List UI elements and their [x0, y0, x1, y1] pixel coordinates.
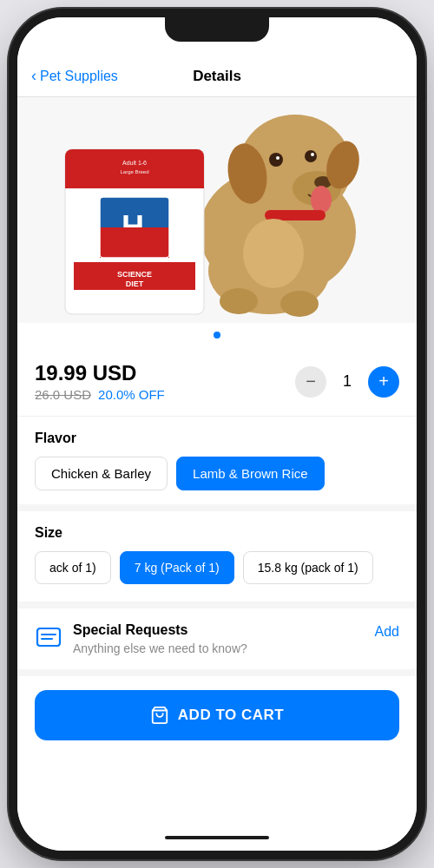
- svg-point-5: [311, 186, 332, 214]
- scroll-content: H SCIENCE DIET Adult 1-6 Large Breed: [17, 97, 417, 825]
- quantity-value: 1: [339, 372, 356, 391]
- svg-text:Large Breed: Large Breed: [120, 169, 148, 174]
- discount-badge: 20.0% OFF: [98, 387, 165, 402]
- size-option-small[interactable]: ack of 1): [35, 551, 111, 584]
- svg-point-9: [276, 156, 279, 160]
- flavor-option-chicken-barley[interactable]: Chicken & Barley: [35, 457, 168, 490]
- current-price: 19.99 USD: [35, 361, 165, 385]
- price-section: 19.99 USD 26.0 USD 20.0% OFF − 1 +: [17, 347, 417, 417]
- size-options: ack of 1) 7 kg (Pack of 1) 15.8 kg (pack…: [35, 551, 399, 588]
- chevron-left-icon: ‹: [31, 67, 36, 85]
- product-image-container: H SCIENCE DIET Adult 1-6 Large Breed: [17, 97, 417, 323]
- size-title: Size: [35, 525, 399, 541]
- svg-text:Adult 1-6: Adult 1-6: [122, 160, 147, 166]
- page-title: Details: [193, 68, 241, 85]
- svg-point-10: [305, 150, 317, 162]
- svg-point-15: [280, 291, 319, 317]
- quantity-decrease-button[interactable]: −: [295, 366, 326, 398]
- size-option-medium[interactable]: 7 kg (Pack of 1): [120, 551, 234, 584]
- carousel-dots: [17, 323, 417, 347]
- svg-point-11: [311, 153, 314, 156]
- product-visual: H SCIENCE DIET Adult 1-6 Large Breed: [17, 97, 417, 323]
- special-requests-section: Special Requests Anything else we need t…: [17, 608, 417, 676]
- special-requests-left: Special Requests Anything else we need t…: [35, 622, 247, 655]
- nav-header: ‹ Pet Supplies Details: [17, 56, 417, 97]
- add-to-cart-label: ADD TO CART: [178, 707, 284, 724]
- price-info: 19.99 USD 26.0 USD 20.0% OFF: [35, 361, 165, 402]
- flavor-options: Chicken & Barley Lamb & Brown Rice: [35, 457, 399, 490]
- add-to-cart-section: ADD TO CART: [17, 676, 417, 766]
- quantity-increase-button[interactable]: +: [368, 366, 399, 398]
- product-image-svg: H SCIENCE DIET Adult 1-6 Large Breed: [17, 97, 417, 323]
- special-requests-subtitle: Anything else we need to know?: [73, 641, 247, 655]
- svg-point-8: [269, 153, 283, 167]
- svg-point-16: [243, 219, 304, 288]
- svg-point-14: [220, 288, 258, 314]
- special-requests-title: Special Requests: [73, 622, 247, 638]
- original-price-row: 26.0 USD 20.0% OFF: [35, 387, 165, 402]
- special-requests-text: Special Requests Anything else we need t…: [73, 622, 247, 655]
- status-bar: [17, 17, 417, 56]
- svg-text:SCIENCE: SCIENCE: [117, 270, 152, 279]
- home-bar: [165, 836, 269, 839]
- home-indicator: [17, 825, 417, 851]
- flavor-title: Flavor: [35, 431, 399, 446]
- size-option-large[interactable]: 15.8 kg (pack of 1): [243, 551, 373, 584]
- flavor-option-lamb-rice[interactable]: Lamb & Brown Rice: [176, 457, 325, 490]
- flavor-section: Flavor Chicken & Barley Lamb & Brown Ric…: [17, 417, 417, 511]
- cart-icon: [150, 706, 169, 725]
- back-label: Pet Supplies: [40, 69, 118, 84]
- back-button[interactable]: ‹ Pet Supplies: [31, 68, 118, 85]
- carousel-dot-active[interactable]: [214, 332, 220, 339]
- notch: [165, 17, 269, 42]
- special-requests-icon: [35, 624, 62, 652]
- phone-frame: ‹ Pet Supplies Details: [17, 17, 417, 851]
- add-to-cart-button[interactable]: ADD TO CART: [35, 690, 399, 740]
- svg-rect-22: [100, 227, 169, 258]
- special-requests-add-button[interactable]: Add: [375, 624, 399, 640]
- svg-rect-29: [37, 628, 60, 646]
- original-price: 26.0 USD: [35, 387, 91, 402]
- svg-text:DIET: DIET: [126, 279, 144, 288]
- size-section: Size ack of 1) 7 kg (Pack of 1) 15.8 kg …: [17, 511, 417, 608]
- quantity-control: − 1 +: [295, 366, 399, 398]
